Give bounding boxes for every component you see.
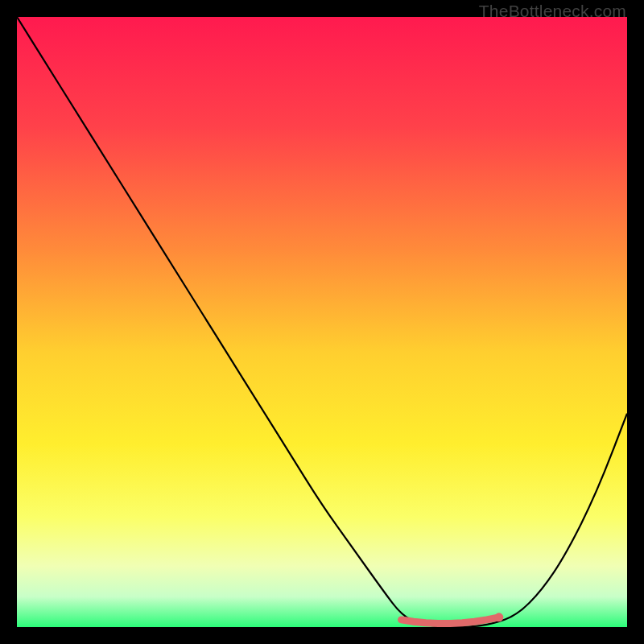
- svg-point-1: [494, 613, 503, 621]
- bottleneck-curve: [17, 17, 627, 627]
- chart-container: TheBottleneck.com: [0, 0, 644, 644]
- optimal-marker: [402, 613, 504, 623]
- chart-curve-layer: [17, 17, 627, 627]
- plot-area: [17, 17, 627, 627]
- watermark-text: TheBottleneck.com: [479, 2, 626, 21]
